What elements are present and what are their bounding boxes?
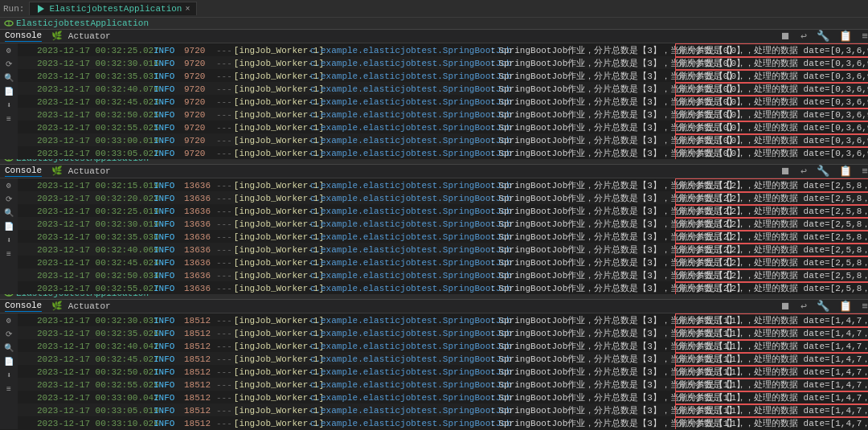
log-colon: : bbox=[490, 340, 496, 353]
log-logger: c.example.elasticjobtest.SpringBootJob bbox=[310, 269, 487, 282]
side-icon-5c[interactable]: ⬇ bbox=[3, 370, 14, 381]
log-msg: SpringBootJob作业，分片总数是【3】，当前分片是【0】， bbox=[498, 70, 675, 83]
log-sep: --- bbox=[216, 147, 232, 159]
log-msg: SpringBootJob作业，分片总数是【3】，当前分片是【1】， bbox=[498, 353, 675, 366]
panel-1-log: 2023-12-17 00:32:25.027 INFO 9720 --- [i… bbox=[18, 43, 868, 159]
log-msg: SpringBootJob作业，分片总数是【3】，当前分片是【1】， bbox=[498, 404, 675, 417]
toolbar-btn-4[interactable]: 📋 bbox=[839, 30, 852, 43]
toolbar-btn-2[interactable]: ↩ bbox=[800, 30, 807, 43]
console-tab-2[interactable]: Console bbox=[5, 166, 42, 177]
toolbar-btn-3[interactable]: 🔧 bbox=[817, 30, 829, 43]
toolbar-btn-3-5[interactable]: ≡ bbox=[862, 301, 868, 313]
log-timestamp: 2023-12-17 00:32:30.019 bbox=[37, 218, 154, 231]
log-level: INFO bbox=[154, 147, 184, 159]
log-logger: c.example.elasticjobtest.SpringBootJob bbox=[310, 231, 487, 244]
log-timestamp: 2023-12-17 00:32:30.016 bbox=[37, 57, 154, 70]
log-msg: SpringBootJob作业，分片总数是【3】，当前分片是【1】， bbox=[498, 391, 675, 404]
side-icon-3c[interactable]: 🔍 bbox=[3, 342, 14, 354]
log-pid: 13636 bbox=[184, 192, 215, 205]
side-icon-1a[interactable]: ⚙ bbox=[3, 45, 14, 56]
toolbar-btn-2-1[interactable]: ⏹ bbox=[780, 166, 791, 178]
log-pid: 13636 bbox=[184, 205, 215, 218]
log-logger: c.example.elasticjobtest.SpringBootJob bbox=[310, 205, 487, 218]
toolbar-btn-3-1[interactable]: ⏹ bbox=[780, 301, 791, 313]
side-icon-2c[interactable]: ⟳ bbox=[3, 329, 14, 340]
toolbar-btn-2-5[interactable]: ≡ bbox=[862, 166, 868, 178]
log-thread: [ingJob_Worker-1] bbox=[234, 282, 310, 294]
log-msg: SpringBootJob作业，分片总数是【3】，当前分片是【2】， bbox=[498, 256, 675, 269]
panel-3-toolbar: Console 🌿 Actuator ⏹ ↩ 🔧 📋 ≡ bbox=[0, 300, 868, 313]
panel-3-content: ⚙ ⟳ 🔍 📄 ⬇ ≡ 2023-12-17 00:32:30.031 INFO… bbox=[0, 313, 868, 429]
log-thread: [ingJob_Worker-1] bbox=[234, 121, 310, 134]
log-level: INFO bbox=[154, 57, 184, 70]
log-logger: c.example.elasticjobtest.SpringBootJob bbox=[310, 340, 487, 353]
side-icon-5a[interactable]: ⬇ bbox=[3, 100, 14, 111]
log-row: 2023-12-17 00:32:40.069 INFO 13636 --- [… bbox=[18, 243, 868, 256]
log-msg: SpringBootJob作业，分片总数是【3】，当前分片是【0】， bbox=[498, 44, 675, 57]
toolbar-btn-1[interactable]: ⏹ bbox=[780, 31, 791, 43]
log-logger: c.example.elasticjobtest.SpringBootJob bbox=[310, 192, 487, 205]
toolbar-btn-3-3[interactable]: 🔧 bbox=[817, 300, 829, 313]
toolbar-btn-2-2[interactable]: ↩ bbox=[800, 165, 807, 178]
console-tab-3[interactable]: Console bbox=[5, 301, 42, 312]
log-msg: SpringBootJob作业，分片总数是【3】，当前分片是【2】， bbox=[498, 205, 675, 218]
log-logger: c.example.elasticjobtest.SpringBootJob bbox=[310, 109, 487, 121]
log-timestamp: 2023-12-17 00:32:55.027 bbox=[37, 282, 154, 294]
log-msg: SpringBootJob作业，分片总数是【3】，当前分片是【1】， bbox=[498, 327, 675, 340]
log-timestamp: 2023-12-17 00:33:00.042 bbox=[37, 391, 154, 404]
log-timestamp: 2023-12-17 00:32:25.027 bbox=[37, 44, 154, 57]
side-icon-1c[interactable]: ⚙ bbox=[3, 315, 14, 326]
side-icon-4a[interactable]: 📄 bbox=[3, 86, 14, 97]
toolbar-btn-2-4[interactable]: 📋 bbox=[839, 165, 852, 178]
tab-close-button[interactable]: × bbox=[185, 5, 190, 14]
active-tab[interactable]: ElasticjobtestApplication × bbox=[29, 2, 197, 15]
log-logger: c.example.elasticjobtest.SpringBootJob bbox=[310, 379, 487, 391]
side-icon-2a[interactable]: ⟳ bbox=[3, 59, 14, 70]
side-icon-6b[interactable]: ≡ bbox=[3, 248, 14, 260]
log-highlight: 分片参数是【2】，处理的数据 date=[2,5,8， bbox=[675, 281, 868, 294]
log-colon: : bbox=[490, 179, 496, 192]
log-timestamp: 2023-12-17 00:32:55.025 bbox=[37, 379, 154, 391]
actuator-tab-3[interactable]: 🌿 Actuator bbox=[51, 301, 110, 312]
log-thread: [ingJob_Worker-1] bbox=[234, 70, 310, 83]
side-icon-3a[interactable]: 🔍 bbox=[3, 72, 14, 84]
toolbar-btn-2-3[interactable]: 🔧 bbox=[817, 165, 829, 178]
side-icon-4c[interactable]: 📄 bbox=[3, 356, 14, 367]
log-sep: --- bbox=[216, 340, 232, 353]
side-icon-5b[interactable]: ⬇ bbox=[3, 235, 14, 246]
actuator-tab-2[interactable]: 🌿 Actuator bbox=[51, 166, 110, 177]
console-tab-1[interactable]: Console bbox=[5, 31, 42, 42]
log-pid: 18512 bbox=[184, 417, 215, 429]
panel-3: ElasticjobtestApplication Console 🌿 Actu… bbox=[0, 288, 868, 423]
log-row: 2023-12-17 00:32:40.042 INFO 18512 --- [… bbox=[18, 339, 868, 352]
log-row: 2023-12-17 00:32:50.021 INFO 18512 --- [… bbox=[18, 365, 868, 378]
side-icon-3b[interactable]: 🔍 bbox=[3, 207, 14, 219]
log-level: INFO bbox=[154, 109, 184, 121]
side-icon-1b[interactable]: ⚙ bbox=[3, 180, 14, 191]
log-pid: 9720 bbox=[184, 83, 215, 96]
side-icon-6a[interactable]: ≡ bbox=[3, 113, 14, 125]
log-colon: : bbox=[490, 70, 496, 83]
toolbar-btn-5[interactable]: ≡ bbox=[862, 31, 868, 43]
panel-1-side-icons: ⚙ ⟳ 🔍 📄 ⬇ ≡ bbox=[0, 43, 18, 159]
actuator-tab-1[interactable]: 🌿 Actuator bbox=[51, 31, 110, 42]
log-sep: --- bbox=[216, 417, 232, 429]
log-logger: c.example.elasticjobtest.SpringBootJob bbox=[310, 366, 487, 379]
log-colon: : bbox=[490, 256, 496, 269]
log-timestamp: 2023-12-17 00:32:40.042 bbox=[37, 340, 154, 353]
log-thread: [ingJob_Worker-1] bbox=[234, 340, 310, 353]
log-sep: --- bbox=[216, 218, 232, 231]
side-icon-6c[interactable]: ≡ bbox=[3, 383, 14, 395]
log-pid: 9720 bbox=[184, 96, 215, 109]
log-timestamp: 2023-12-17 00:32:30.031 bbox=[37, 314, 154, 327]
toolbar-btn-3-2[interactable]: ↩ bbox=[800, 300, 807, 313]
log-timestamp: 2023-12-17 00:32:55.025 bbox=[37, 121, 154, 134]
log-timestamp: 2023-12-17 00:32:35.026 bbox=[37, 327, 154, 340]
side-icon-2b[interactable]: ⟳ bbox=[3, 194, 14, 205]
log-timestamp: 2023-12-17 00:33:05.019 bbox=[37, 404, 154, 417]
toolbar-btn-3-4[interactable]: 📋 bbox=[839, 300, 852, 313]
side-icon-4b[interactable]: 📄 bbox=[3, 221, 14, 232]
log-logger: c.example.elasticjobtest.SpringBootJob bbox=[310, 147, 487, 159]
log-msg: SpringBootJob作业，分片总数是【3】，当前分片是【2】， bbox=[498, 244, 675, 256]
log-logger: c.example.elasticjobtest.SpringBootJob bbox=[310, 121, 487, 134]
